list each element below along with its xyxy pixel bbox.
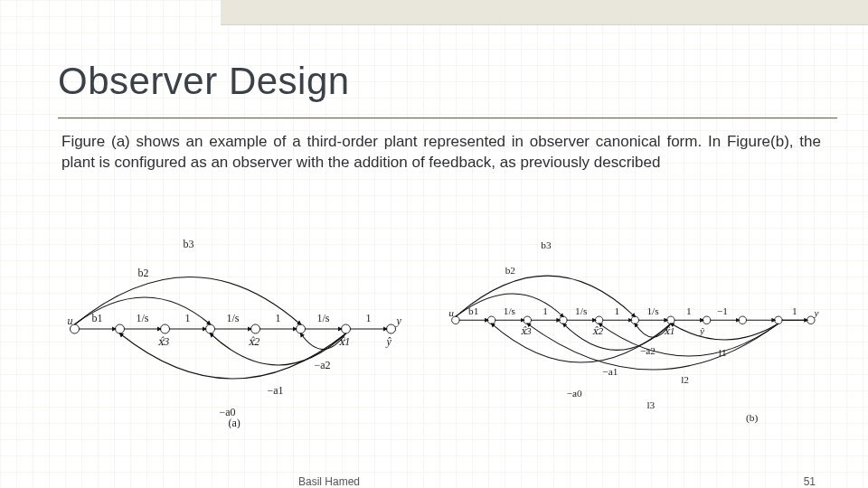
input-label-b: u bbox=[448, 307, 454, 318]
svg-text:ŷ: ŷ bbox=[699, 325, 705, 336]
svg-point-38 bbox=[703, 316, 711, 324]
signal-flow-graph-b: u b1 1/s 1 1/s 1 1/s 1 −1 1 y x̂3 x̂2 x̂… bbox=[439, 221, 823, 428]
title-underline bbox=[58, 117, 837, 118]
footer-author: Basil Hamed bbox=[298, 475, 360, 488]
svg-text:b1: b1 bbox=[92, 312, 103, 324]
svg-point-36 bbox=[631, 316, 639, 324]
svg-point-33 bbox=[524, 316, 532, 324]
svg-text:x̂3: x̂3 bbox=[521, 325, 532, 336]
svg-text:1: 1 bbox=[185, 312, 191, 324]
svg-text:1: 1 bbox=[542, 305, 548, 316]
output-label-a: y bbox=[396, 314, 402, 327]
svg-text:l2: l2 bbox=[681, 374, 689, 385]
svg-text:−a0: −a0 bbox=[567, 388, 582, 399]
svg-text:x̂2: x̂2 bbox=[249, 335, 260, 348]
figure-a: u b1 1/s 1 1/s 1 1/s 1 y x̂3 x̂2 x̂1 ŷ b… bbox=[45, 221, 429, 428]
svg-point-40 bbox=[775, 316, 783, 324]
svg-text:ŷ: ŷ bbox=[386, 335, 392, 348]
svg-text:1: 1 bbox=[366, 312, 372, 324]
svg-text:1: 1 bbox=[686, 305, 692, 316]
output-label-b: y bbox=[814, 307, 820, 318]
svg-point-37 bbox=[667, 316, 675, 324]
svg-point-32 bbox=[487, 316, 495, 324]
figure-b-caption: (b) bbox=[746, 412, 758, 424]
main-chain-a bbox=[71, 324, 396, 333]
svg-point-34 bbox=[560, 316, 568, 324]
figure-b: u b1 1/s 1 1/s 1 1/s 1 −1 1 y x̂3 x̂2 x̂… bbox=[439, 221, 823, 428]
footer-page-number: 51 bbox=[804, 475, 816, 488]
svg-text:1/s: 1/s bbox=[317, 312, 330, 324]
input-label-a: u bbox=[68, 314, 73, 327]
svg-text:1/s: 1/s bbox=[646, 305, 658, 316]
svg-text:1: 1 bbox=[792, 305, 797, 316]
svg-point-3 bbox=[206, 324, 215, 333]
svg-point-35 bbox=[595, 316, 603, 324]
svg-text:1: 1 bbox=[276, 312, 281, 324]
svg-point-1 bbox=[116, 324, 125, 333]
svg-text:1/s: 1/s bbox=[504, 305, 515, 316]
slide-header-bar bbox=[221, 0, 868, 25]
svg-text:x̂2: x̂2 bbox=[592, 325, 603, 336]
svg-point-7 bbox=[387, 324, 396, 333]
svg-text:l3: l3 bbox=[646, 400, 655, 411]
svg-text:−a2: −a2 bbox=[315, 359, 331, 371]
main-chain-b bbox=[452, 316, 815, 324]
svg-text:x̂1: x̂1 bbox=[664, 325, 675, 336]
svg-text:−a1: −a1 bbox=[602, 366, 618, 377]
svg-point-2 bbox=[161, 324, 170, 333]
svg-text:x̂3: x̂3 bbox=[158, 335, 170, 348]
svg-text:1/s: 1/s bbox=[575, 305, 587, 316]
signal-flow-graph-a: u b1 1/s 1 1/s 1 1/s 1 y x̂3 x̂2 x̂1 ŷ b… bbox=[45, 221, 429, 428]
slide-body-text: Figure (a) shows an example of a third-o… bbox=[61, 132, 821, 174]
svg-point-6 bbox=[342, 324, 351, 333]
svg-text:b3: b3 bbox=[541, 239, 552, 250]
figure-a-caption: (a) bbox=[229, 417, 241, 428]
svg-point-5 bbox=[297, 324, 306, 333]
svg-text:−a1: −a1 bbox=[268, 384, 284, 397]
svg-text:1: 1 bbox=[615, 305, 620, 316]
figure-row: u b1 1/s 1 1/s 1 1/s 1 y x̂3 x̂2 x̂1 ŷ b… bbox=[45, 221, 823, 428]
svg-text:b2: b2 bbox=[505, 265, 516, 276]
svg-text:1/s: 1/s bbox=[137, 312, 149, 324]
svg-point-39 bbox=[739, 316, 747, 324]
slide-title: Observer Design bbox=[58, 60, 350, 103]
svg-text:b3: b3 bbox=[184, 238, 194, 250]
svg-text:−1: −1 bbox=[717, 305, 728, 316]
svg-point-4 bbox=[251, 324, 260, 333]
svg-text:1/s: 1/s bbox=[227, 312, 240, 324]
svg-text:b2: b2 bbox=[138, 267, 149, 279]
